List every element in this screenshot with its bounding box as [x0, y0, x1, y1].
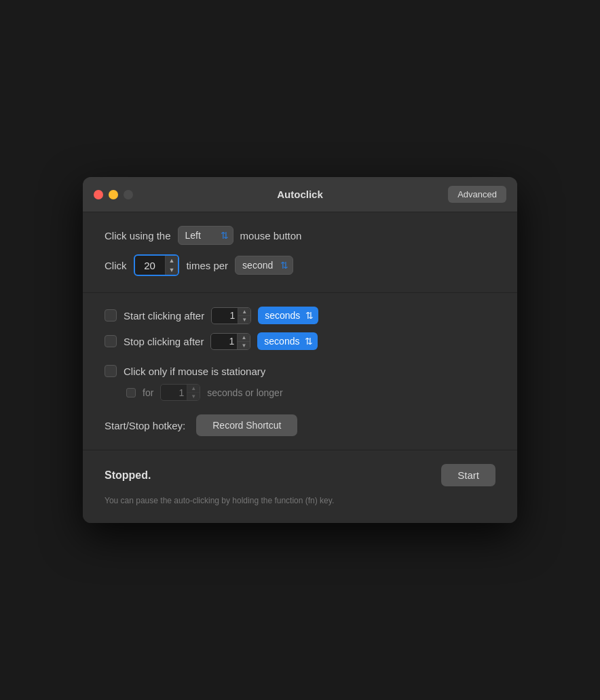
stationary-for-label: for: [143, 387, 153, 398]
status-text: Stopped.: [105, 469, 151, 482]
start-after-stepper: ▲ ▼: [211, 307, 251, 324]
close-button[interactable]: [94, 190, 103, 199]
start-after-unit-select[interactable]: seconds minutes: [258, 307, 318, 324]
start-after-down-button[interactable]: ▼: [238, 316, 250, 324]
minimize-button[interactable]: [109, 190, 118, 199]
frequency-select-wrapper: second minute hour ⇅: [235, 256, 293, 275]
stop-after-checkbox[interactable]: [105, 335, 117, 347]
start-after-checkbox[interactable]: [105, 309, 117, 322]
footer-section: Stopped. Start You can pause the auto-cl…: [83, 450, 517, 523]
stop-after-input[interactable]: [211, 334, 237, 349]
stationary-row: Click only if mouse is stationary: [105, 365, 495, 377]
start-after-row: Start clicking after ▲ ▼ seconds minutes…: [105, 307, 495, 324]
timing-section: Start clicking after ▲ ▼ seconds minutes…: [83, 293, 517, 450]
app-window: Autoclick Advanced Click using the Left …: [83, 177, 517, 523]
stationary-value-down-button[interactable]: ▼: [187, 393, 200, 400]
start-after-stepper-buttons: ▲ ▼: [238, 308, 250, 324]
start-after-input[interactable]: [212, 308, 238, 324]
stop-after-unit-wrapper: seconds minutes ⇅: [257, 332, 318, 350]
footer-top: Stopped. Start: [105, 464, 495, 486]
stationary-label: Click only if mouse is stationary: [124, 366, 265, 377]
stop-after-stepper: ▲ ▼: [210, 333, 250, 350]
title-bar: Autoclick Advanced: [83, 177, 517, 212]
stop-after-up-button[interactable]: ▲: [238, 334, 250, 342]
start-after-up-button[interactable]: ▲: [238, 308, 250, 316]
hotkey-label: Start/Stop hotkey:: [105, 420, 185, 431]
click-value-down-button[interactable]: ▼: [166, 265, 179, 275]
click-value-buttons: ▲ ▼: [165, 256, 179, 275]
mouse-button-select[interactable]: Left Right Middle: [178, 226, 233, 245]
stop-after-row: Stop clicking after ▲ ▼ seconds minutes …: [105, 332, 495, 350]
traffic-lights: [94, 190, 133, 199]
advanced-button[interactable]: Advanced: [448, 186, 506, 203]
stationary-value-stepper-buttons: ▲ ▼: [187, 385, 200, 400]
stop-after-stepper-buttons: ▲ ▼: [237, 334, 250, 349]
stationary-value-stepper: ▲ ▼: [160, 384, 200, 401]
start-after-label: Start clicking after: [124, 310, 204, 322]
start-after-unit-wrapper: seconds minutes ⇅: [258, 307, 318, 324]
click-rate-row: Click 20 ▲ ▼ times per second minute hou…: [105, 254, 495, 276]
stationary-for-checkbox[interactable]: [126, 388, 136, 397]
click-settings-section: Click using the Left Right Middle ⇅ mous…: [83, 212, 517, 293]
click-using-label: Click using the: [105, 230, 171, 241]
stationary-value-input[interactable]: [161, 385, 187, 400]
stop-after-unit-select[interactable]: seconds minutes: [257, 332, 318, 350]
click-label: Click: [105, 260, 127, 271]
stationary-checkbox[interactable]: [105, 365, 117, 377]
mouse-button-select-wrapper: Left Right Middle ⇅: [178, 226, 233, 245]
stop-after-down-button[interactable]: ▼: [238, 342, 250, 349]
click-value-up-button[interactable]: ▲: [166, 256, 179, 265]
stationary-value-up-button[interactable]: ▲: [187, 385, 200, 393]
hotkey-row: Start/Stop hotkey: Record Shortcut: [105, 414, 495, 436]
stationary-unit-label: seconds or longer: [207, 387, 282, 398]
window-title: Autoclick: [277, 189, 323, 200]
stationary-for-row: for ▲ ▼ seconds or longer: [126, 384, 495, 401]
mouse-button-label: mouse button: [240, 230, 302, 241]
record-shortcut-button[interactable]: Record Shortcut: [196, 414, 297, 436]
start-button[interactable]: Start: [441, 464, 495, 486]
frequency-select[interactable]: second minute hour: [235, 256, 293, 275]
stop-after-label: Stop clicking after: [124, 336, 204, 347]
click-value-stepper: 20 ▲ ▼: [134, 254, 180, 276]
maximize-button[interactable]: [124, 190, 133, 199]
times-per-label: times per: [186, 260, 228, 271]
footer-hint: You can pause the auto-clicking by holdi…: [105, 494, 495, 507]
click-value-input[interactable]: 20: [135, 257, 165, 274]
mouse-button-row: Click using the Left Right Middle ⇅ mous…: [105, 226, 495, 245]
